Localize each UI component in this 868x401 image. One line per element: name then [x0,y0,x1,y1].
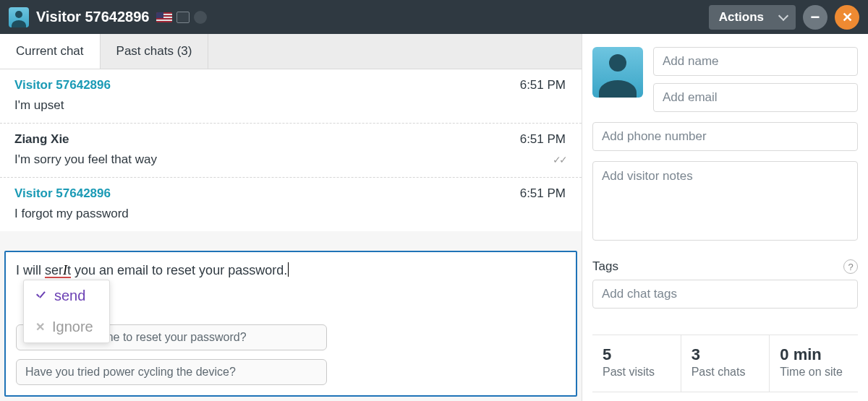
status-dot-icon [194,11,207,24]
stat-value: 0 min [780,345,848,364]
suggested-reply[interactable]: Have you tried power cycling the device? [16,359,327,385]
help-icon[interactable]: ? [843,259,858,274]
visitor-title: Visitor 57642896 [36,9,149,25]
visitor-stats: 5 Past visits 3 Past chats 0 min Time on… [592,335,858,392]
device-monitor-icon [176,12,190,23]
tags-field[interactable] [592,280,858,309]
chat-panel: Current chat Past chats (3) Visitor 5764… [0,34,582,401]
chat-tabs: Current chat Past chats (3) [0,34,582,69]
minimize-icon: − [811,8,820,27]
message-time: 6:51 PM [520,78,566,92]
name-field[interactable] [653,47,858,76]
text-caret [288,262,289,277]
stat-label: Past chats [692,366,760,379]
phone-field[interactable] [592,122,858,151]
close-icon: ✕ [842,9,853,25]
stat-past-visits: 5 Past visits [592,335,681,392]
stat-label: Past visits [603,366,671,379]
actions-label: Actions [719,10,764,25]
message: Visitor 57642896 6:51 PM I forgot my pas… [0,178,582,231]
message: Visitor 57642896 6:51 PM I'm upset [0,69,582,124]
message-time: 6:51 PM [520,132,566,147]
message-sender: Ziang Xie [14,132,567,147]
message-text: I'm upset [14,98,567,113]
email-field[interactable] [653,83,858,112]
spellcheck-option-ignore[interactable]: ✕ Ignore [24,311,109,342]
message-time: 6:51 PM [520,186,566,201]
spellcheck-ignore-label: Ignore [52,319,93,335]
visitor-avatar-small [9,7,29,27]
stat-past-chats: 3 Past chats [681,335,770,392]
close-button[interactable]: ✕ [835,5,859,30]
compose-text: I will serIt you an email to reset your … [16,262,566,278]
x-icon: ✕ [35,320,45,334]
compose-box[interactable]: I will serIt you an email to reset your … [4,251,577,397]
message-sender: Visitor 57642896 [14,186,567,201]
spellcheck-send-label: send [54,288,85,304]
read-receipt-icon: ✓✓ [553,154,566,165]
tab-current-chat[interactable]: Current chat [0,34,101,69]
minimize-button[interactable]: − [803,5,827,30]
message-list: Visitor 57642896 6:51 PM I'm upset Ziang… [0,69,582,231]
visitor-sidebar: Tags ? 5 Past visits 3 Past chats 0 min … [582,34,868,401]
actions-dropdown[interactable]: Actions [709,5,796,30]
stat-label: Time on site [780,366,848,379]
flag-us-icon [156,12,172,22]
spellcheck-menu: send ✕ Ignore [23,280,110,343]
message-sender: Visitor 57642896 [14,78,567,92]
visitor-notes-field[interactable] [592,161,858,241]
chevron-down-icon [778,10,788,20]
stat-time-on-site: 0 min Time on site [770,335,858,392]
visitor-meta-icons [156,11,207,24]
message-text: I forgot my password [14,207,567,221]
tags-label: Tags [592,259,618,274]
tab-past-chats[interactable]: Past chats (3) [101,34,209,69]
stat-value: 5 [603,345,671,364]
check-icon [35,290,47,302]
spellcheck-option-send[interactable]: send [24,280,109,311]
message: Ziang Xie 6:51 PM I'm sorry you feel tha… [0,124,582,178]
window-header: Visitor 57642896 Actions − ✕ [0,0,868,34]
message-text: I'm sorry you feel that way [14,152,567,167]
stat-value: 3 [692,345,760,364]
visitor-avatar-large [592,47,643,98]
